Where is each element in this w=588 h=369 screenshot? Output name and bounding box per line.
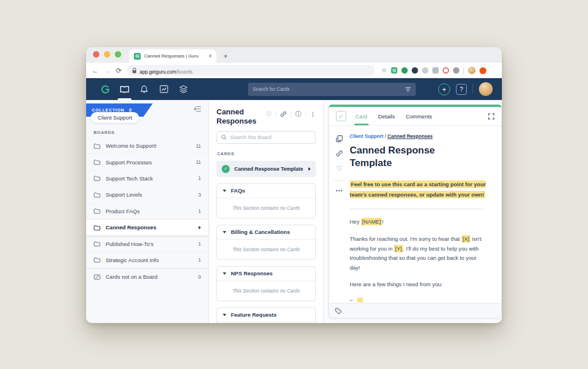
collection-name-pill[interactable]: Client Support bbox=[91, 112, 139, 123]
card-count: 1 bbox=[198, 175, 201, 181]
section-faqs: FAQs This Section contains no Cards bbox=[216, 183, 316, 218]
green-extension-icon[interactable] bbox=[401, 67, 408, 74]
breadcrumb-collection-link[interactable]: Client Support bbox=[350, 133, 384, 139]
copy-link-icon[interactable] bbox=[280, 111, 287, 117]
card-count: 11 bbox=[196, 159, 201, 165]
card-detail: ✓ Card Details Comments ♡ bbox=[328, 105, 502, 318]
sidebar-item-support-levels[interactable]: Support Levels 3 bbox=[86, 187, 208, 203]
card-count: 1 bbox=[198, 208, 201, 214]
sidebar-item-welcome-to-support[interactable]: Welcome to Support! 11 bbox=[86, 138, 208, 154]
browser-window: G Canned Responses | Guru × + ← → ⟳ app.… bbox=[86, 47, 502, 323]
folder-icon bbox=[94, 159, 100, 165]
body-paragraph-2: Here are a few things I need from you: bbox=[350, 280, 486, 290]
camera-extension-icon[interactable] bbox=[453, 67, 459, 74]
address-bar[interactable]: app.getguru.com/boards bbox=[127, 65, 375, 76]
copy-link-icon[interactable] bbox=[336, 150, 343, 157]
sidebar-item-cards-not-on-a-board[interactable]: Cards not on a Board 0 bbox=[86, 268, 208, 285]
forward-button[interactable]: → bbox=[104, 67, 111, 75]
collapse-sidebar-icon[interactable] bbox=[194, 106, 202, 112]
tag-icon[interactable] bbox=[335, 308, 342, 314]
boards-nav-icon[interactable] bbox=[115, 78, 134, 100]
toolbar-icons: ☆ G bbox=[381, 67, 486, 75]
info-icon[interactable]: ⓘ bbox=[295, 111, 301, 117]
favorite-heart-icon[interactable]: ♡ bbox=[266, 111, 272, 117]
folder-icon bbox=[94, 192, 100, 198]
collapse-triangle-icon bbox=[223, 272, 226, 275]
chevron-right-icon bbox=[308, 167, 311, 171]
card-search-bar[interactable] bbox=[248, 83, 416, 96]
back-button[interactable]: ← bbox=[92, 67, 99, 75]
card-title: Canned Response Template bbox=[350, 144, 476, 170]
card-search-input[interactable] bbox=[253, 86, 401, 92]
board-search-input[interactable] bbox=[230, 134, 311, 140]
boards-sidebar: COLLECTION Client Support BOARDS Welcome… bbox=[86, 100, 209, 323]
folder-icon bbox=[94, 241, 100, 247]
minimize-window-button[interactable] bbox=[104, 51, 110, 57]
dark-extension-icon[interactable] bbox=[412, 67, 418, 74]
collapse-triangle-icon bbox=[223, 314, 226, 316]
sidebar-item-support-processes[interactable]: Support Processes 11 bbox=[86, 154, 208, 170]
tab-close-icon[interactable]: × bbox=[208, 53, 212, 59]
help-button[interactable]: ? bbox=[456, 84, 467, 95]
sidebar-item-product-faqs[interactable]: Product FAQs 1 bbox=[86, 203, 208, 220]
tab-card[interactable]: Card bbox=[355, 107, 368, 125]
section-header[interactable]: Billing & Cancellations bbox=[217, 225, 315, 240]
create-card-button[interactable]: + bbox=[438, 83, 450, 95]
new-tab-button[interactable]: + bbox=[223, 52, 228, 63]
red-ring-extension-icon[interactable] bbox=[443, 67, 449, 74]
folder-icon bbox=[94, 257, 100, 263]
app-navbar: + ? bbox=[86, 78, 502, 100]
sidebar-item-strategic-account-info[interactable]: Strategic Account Info 1 bbox=[86, 252, 208, 268]
cards-section-label: CARDS bbox=[217, 151, 316, 156]
card-count: 0 bbox=[198, 274, 201, 280]
search-icon bbox=[221, 134, 227, 140]
sidebar-item-published-how-tos[interactable]: Published How-To's 1 bbox=[86, 236, 208, 252]
card-list-item-canned-response-template[interactable]: ✓ Canned Response Template bbox=[216, 161, 316, 177]
empty-section-text: This Section contains no Cards bbox=[217, 281, 315, 301]
browser-profile-avatar[interactable] bbox=[468, 67, 475, 74]
rail-divider bbox=[334, 180, 345, 180]
filter-icon[interactable] bbox=[405, 87, 411, 92]
section-header[interactable]: FAQs bbox=[217, 184, 315, 198]
tab-comments[interactable]: Comments bbox=[406, 107, 432, 125]
verify-check-icon[interactable]: ✓ bbox=[336, 111, 346, 121]
notifications-bell-icon[interactable] bbox=[134, 78, 154, 100]
kebab-menu-icon[interactable]: ⋮ bbox=[310, 111, 316, 117]
y-token: [Y] bbox=[394, 245, 403, 252]
tab-details[interactable]: Details bbox=[378, 107, 395, 125]
sidebar-item-support-tech-stack[interactable]: Support Tech Stack 1 bbox=[86, 171, 208, 187]
maximize-window-button[interactable] bbox=[115, 51, 121, 57]
gray-dot-extension-icon[interactable] bbox=[422, 67, 428, 74]
card-header: ✓ Card Details Comments bbox=[329, 107, 501, 126]
board-search-bar[interactable] bbox=[216, 131, 316, 144]
close-window-button[interactable] bbox=[93, 51, 99, 57]
guru-extension-icon[interactable]: G bbox=[391, 67, 397, 74]
more-options-icon[interactable]: ••• bbox=[336, 188, 343, 194]
board-panel: Canned Responses ♡ ⓘ ⋮ CARDS ✓ Canned Re bbox=[209, 100, 324, 323]
sidebar-item-canned-responses[interactable]: Canned Responses bbox=[86, 220, 208, 236]
collections-layers-icon[interactable] bbox=[173, 78, 193, 100]
content-divider bbox=[350, 209, 483, 209]
folder-icon bbox=[94, 225, 100, 230]
gray-extension-icon[interactable] bbox=[432, 67, 439, 74]
bookmark-star-icon[interactable]: ☆ bbox=[381, 67, 387, 74]
browser-update-badge[interactable] bbox=[479, 67, 486, 74]
folder-icon bbox=[94, 143, 100, 149]
name-token: [NAME] bbox=[361, 218, 382, 225]
folder-icon bbox=[94, 175, 100, 181]
copy-card-icon[interactable] bbox=[336, 135, 343, 143]
breadcrumb: Client Support / Canned Responses bbox=[350, 133, 486, 139]
user-avatar[interactable] bbox=[479, 82, 493, 96]
browser-tab[interactable]: G Canned Responses | Guru × bbox=[129, 49, 216, 63]
collapse-triangle-icon bbox=[223, 190, 226, 192]
analytics-chart-icon[interactable] bbox=[154, 78, 173, 100]
section-header[interactable]: Feature Requests bbox=[217, 308, 315, 322]
refresh-button[interactable]: ⟳ bbox=[116, 67, 122, 75]
breadcrumb-board-link[interactable]: Canned Responses bbox=[388, 133, 433, 139]
section-header[interactable]: NPS Responses bbox=[217, 267, 315, 281]
favorite-heart-icon[interactable]: ♡ bbox=[336, 164, 343, 172]
browser-tab-bar: G Canned Responses | Guru × + bbox=[86, 47, 502, 63]
card-content: Client Support / Canned Responses Canned… bbox=[350, 126, 501, 303]
guru-logo-icon[interactable] bbox=[95, 78, 115, 100]
expand-fullscreen-icon[interactable] bbox=[488, 113, 494, 120]
